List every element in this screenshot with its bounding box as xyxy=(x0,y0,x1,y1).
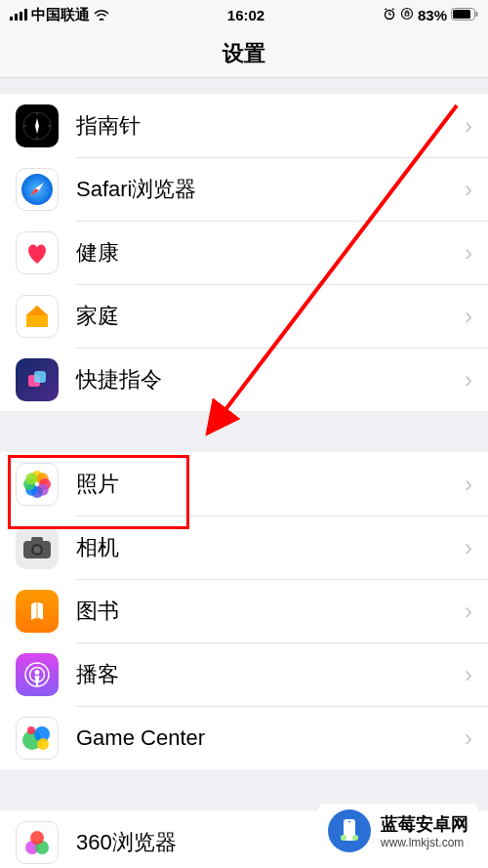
svg-rect-2 xyxy=(20,12,22,21)
section-gap xyxy=(0,78,488,94)
chevron-right-icon: › xyxy=(465,534,488,561)
orientation-lock-icon xyxy=(400,7,414,23)
row-gamecenter[interactable]: Game Center › xyxy=(0,706,488,769)
battery-pct: 83% xyxy=(418,7,447,23)
row-label: 图书 xyxy=(76,597,465,626)
row-label: 健康 xyxy=(76,238,465,268)
camera-icon xyxy=(16,526,59,569)
svg-rect-3 xyxy=(24,9,27,21)
svg-point-40 xyxy=(37,738,49,750)
row-label: 照片 xyxy=(76,470,465,499)
svg-rect-20 xyxy=(34,371,46,383)
watermark-text: 蓝莓安卓网 www.lmkjst.com xyxy=(381,812,468,849)
svg-rect-8 xyxy=(453,10,470,19)
wifi-icon xyxy=(94,7,109,23)
photos-icon xyxy=(16,463,59,506)
nav-bar: 设置 xyxy=(0,29,488,78)
chevron-right-icon: › xyxy=(465,724,488,752)
settings-group-2: 照片 › 相机 › 图书 › 播客 › Game Center › xyxy=(0,452,488,769)
svg-rect-6 xyxy=(405,13,409,16)
row-shortcuts[interactable]: 快捷指令 › xyxy=(0,348,488,411)
svg-point-49 xyxy=(352,835,358,841)
chevron-right-icon: › xyxy=(465,366,488,393)
row-label: 快捷指令 xyxy=(76,365,465,394)
row-label: 相机 xyxy=(76,533,465,562)
row-label: 家庭 xyxy=(76,302,465,331)
chevron-right-icon: › xyxy=(465,661,488,688)
gamecenter-icon xyxy=(16,717,59,760)
svg-point-32 xyxy=(34,546,41,553)
battery-icon xyxy=(451,7,478,23)
row-health[interactable]: 健康 › xyxy=(0,221,488,284)
row-label: Safari浏览器 xyxy=(76,175,465,204)
row-books[interactable]: 图书 › xyxy=(0,579,488,642)
row-camera[interactable]: 相机 › xyxy=(0,516,488,579)
svg-point-41 xyxy=(27,726,35,734)
watermark-title: 蓝莓安卓网 xyxy=(381,812,468,836)
row-label: Game Center xyxy=(76,725,465,751)
svg-rect-1 xyxy=(15,14,18,21)
status-time: 16:02 xyxy=(227,7,264,23)
page-title: 设置 xyxy=(223,39,265,68)
chevron-right-icon: › xyxy=(465,112,488,140)
svg-rect-9 xyxy=(476,12,478,17)
svg-point-28 xyxy=(25,473,37,484)
home-icon xyxy=(16,295,59,338)
section-gap xyxy=(0,411,488,452)
books-icon xyxy=(16,590,59,633)
chevron-right-icon: › xyxy=(465,598,488,625)
svg-point-37 xyxy=(35,670,40,675)
settings-group-1: 指南针 › Safari浏览器 › 健康 › 家庭 › 快捷指令 › xyxy=(0,94,488,411)
chevron-right-icon: › xyxy=(465,239,488,267)
watermark-url: www.lmkjst.com xyxy=(381,836,468,849)
health-icon xyxy=(16,231,59,274)
status-bar: 中国联通 16:02 83% xyxy=(0,0,488,29)
signal-icon xyxy=(10,7,27,23)
svg-point-47 xyxy=(348,821,350,823)
chevron-right-icon: › xyxy=(465,471,488,498)
row-label: 播客 xyxy=(76,660,465,689)
row-compass[interactable]: 指南针 › xyxy=(0,94,488,157)
svg-rect-30 xyxy=(31,537,43,543)
svg-point-48 xyxy=(341,835,346,841)
watermark-icon xyxy=(328,809,371,852)
svg-point-44 xyxy=(30,831,44,845)
compass-icon xyxy=(16,104,59,147)
360-icon xyxy=(16,821,59,864)
shortcuts-icon xyxy=(16,358,59,401)
watermark: 蓝莓安卓网 www.lmkjst.com xyxy=(318,804,478,858)
row-podcasts[interactable]: 播客 › xyxy=(0,642,488,706)
row-safari[interactable]: Safari浏览器 › xyxy=(0,157,488,221)
row-home[interactable]: 家庭 › xyxy=(0,284,488,348)
chevron-right-icon: › xyxy=(465,303,488,330)
podcasts-icon xyxy=(16,653,59,696)
svg-point-5 xyxy=(401,8,412,19)
safari-icon xyxy=(16,168,59,211)
chevron-right-icon: › xyxy=(465,176,488,203)
carrier-label: 中国联通 xyxy=(31,6,90,24)
alarm-icon xyxy=(383,7,396,23)
svg-rect-0 xyxy=(10,17,13,21)
svg-marker-15 xyxy=(35,118,39,134)
row-label: 指南针 xyxy=(76,111,465,141)
status-right: 83% xyxy=(383,7,478,23)
status-left: 中国联通 xyxy=(10,6,109,24)
row-photos[interactable]: 照片 › xyxy=(0,452,488,516)
